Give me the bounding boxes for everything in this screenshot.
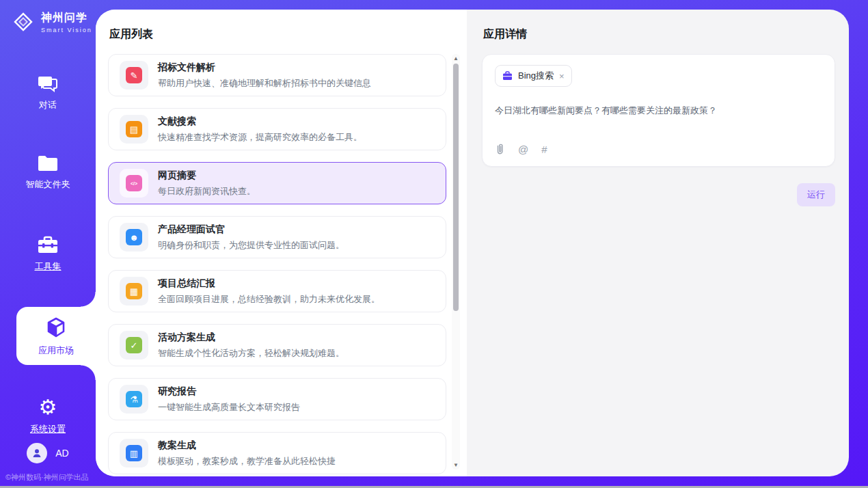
app-window: 神州问学 Smart Vision 对话 智能文件夹 bbox=[0, 0, 868, 488]
app-name: 网页摘要 bbox=[158, 170, 256, 182]
app-list-panel: 应用列表 ✎ 招标文件解析 帮助用户快速、准确地理解和解析招标书中的关键信息 ▤… bbox=[96, 10, 467, 476]
app-name: 教案生成 bbox=[158, 439, 336, 452]
bid-doc-edit-icon: ✎ bbox=[120, 61, 148, 90]
tool-tag-bing-search[interactable]: Bing搜索 × bbox=[495, 65, 572, 87]
sidebar-item-label: 应用市场 bbox=[38, 344, 74, 357]
diamond-logo-icon bbox=[11, 10, 36, 34]
scrollbar-thumb[interactable] bbox=[453, 64, 459, 311]
app-name: 文献搜索 bbox=[158, 116, 362, 128]
web-summary-icon: </> bbox=[120, 169, 148, 198]
app-desc: 快速精准查找学术资源，提高研究效率的必备工具。 bbox=[158, 131, 362, 144]
person-icon bbox=[31, 448, 42, 459]
app-desc: 一键智能生成高质量长文本研究报告 bbox=[158, 401, 300, 414]
main-content: 应用列表 ✎ 招标文件解析 帮助用户快速、准确地理解和解析招标书中的关键信息 ▤… bbox=[96, 10, 849, 476]
app-card-pm-interviewer[interactable]: ☻ 产品经理面试官 明确身份和职责，为您提供专业性的面试问题。 bbox=[108, 216, 446, 258]
sidebar-item-label: 工具集 bbox=[35, 260, 62, 273]
cube-icon bbox=[45, 316, 67, 338]
close-icon[interactable]: × bbox=[559, 72, 565, 81]
app-list-title: 应用列表 bbox=[109, 27, 461, 42]
avatar bbox=[27, 443, 47, 463]
sidebar-item-app-market[interactable]: 应用市场 bbox=[16, 307, 96, 365]
app-name: 活动方案生成 bbox=[158, 331, 344, 344]
topic-icon[interactable]: # bbox=[541, 144, 547, 155]
sidebar-item-label: 对话 bbox=[39, 99, 57, 111]
brand-subtitle: Smart Vision bbox=[41, 27, 92, 33]
run-button[interactable]: 运行 bbox=[797, 183, 835, 206]
copyright-text: ©神州数码·神州问学出品 bbox=[5, 472, 89, 483]
literature-book-icon: ▤ bbox=[120, 115, 148, 144]
app-name: 招标文件解析 bbox=[158, 62, 371, 74]
app-desc: 每日政府新闻资讯快查。 bbox=[158, 185, 256, 198]
tool-tag-label: Bing搜索 bbox=[518, 70, 554, 82]
sidebar-item-label: 智能文件夹 bbox=[26, 178, 70, 191]
sidebar-item-settings[interactable]: ⚙ 系统设置 bbox=[0, 398, 96, 435]
scroll-up-icon[interactable]: ▲ bbox=[452, 55, 460, 62]
app-card-web-summary[interactable]: </> 网页摘要 每日政府新闻资讯快查。 bbox=[108, 162, 446, 204]
lesson-plan-icon: ▥ bbox=[120, 439, 148, 467]
app-desc: 明确身份和职责，为您提供专业性的面试问题。 bbox=[158, 239, 344, 252]
paperclip-icon[interactable] bbox=[495, 143, 505, 155]
chat-icon bbox=[38, 74, 58, 93]
activity-plan-icon: ✓ bbox=[120, 331, 148, 360]
app-list: ✎ 招标文件解析 帮助用户快速、准确地理解和解析招标书中的关键信息 ▤ 文献搜索… bbox=[108, 54, 461, 476]
interviewer-person-icon: ☻ bbox=[120, 223, 148, 252]
list-scrollbar[interactable]: ▲ ▼ bbox=[452, 54, 460, 470]
app-card-activity-plan[interactable]: ✓ 活动方案生成 智能生成个性化活动方案，轻松解决规划难题。 bbox=[108, 324, 446, 366]
scroll-down-icon[interactable]: ▼ bbox=[452, 462, 460, 468]
app-card-bid-parse[interactable]: ✎ 招标文件解析 帮助用户快速、准确地理解和解析招标书中的关键信息 bbox=[108, 54, 446, 96]
sidebar-nav: 对话 智能文件夹 工具集 bbox=[0, 68, 96, 435]
brand-name: 神州问学 bbox=[41, 11, 92, 25]
sidebar: 神州问学 Smart Vision 对话 智能文件夹 bbox=[0, 0, 96, 488]
gear-icon: ⚙ bbox=[39, 398, 57, 417]
briefcase-icon bbox=[502, 71, 513, 81]
research-report-icon: ⚗ bbox=[120, 385, 148, 414]
project-report-icon: ▦ bbox=[120, 277, 148, 306]
prompt-card: Bing搜索 × 今日湖北有哪些新闻要点？有哪些需要关注的最新政策？ @ # bbox=[482, 54, 835, 167]
attachment-toolbar: @ # bbox=[495, 143, 822, 158]
toolbox-icon bbox=[37, 236, 59, 254]
app-name: 产品经理面试官 bbox=[158, 223, 344, 236]
sidebar-item-smart-folder[interactable]: 智能文件夹 bbox=[0, 154, 96, 191]
sidebar-item-toolbox[interactable]: 工具集 bbox=[0, 236, 96, 273]
app-desc: 帮助用户快速、准确地理解和解析招标书中的关键信息 bbox=[158, 77, 371, 90]
app-card-project-summary[interactable]: ▦ 项目总结汇报 全面回顾项目进展，总结经验教训，助力未来优化发展。 bbox=[108, 270, 446, 312]
app-card-literature-search[interactable]: ▤ 文献搜索 快速精准查找学术资源，提高研究效率的必备工具。 bbox=[108, 108, 446, 150]
app-name: 研究报告 bbox=[158, 385, 300, 398]
app-desc: 全面回顾项目进展，总结经验教训，助力未来优化发展。 bbox=[158, 293, 380, 306]
user-initials: AD bbox=[55, 448, 68, 459]
folder-icon bbox=[37, 154, 59, 172]
sidebar-item-label: 系统设置 bbox=[30, 423, 66, 435]
app-desc: 模板驱动，教案秒成，教学准备从此轻松快捷 bbox=[158, 455, 336, 467]
app-desc: 智能生成个性化活动方案，轻松解决规划难题。 bbox=[158, 347, 344, 360]
app-detail-title: 应用详情 bbox=[483, 27, 835, 42]
brand-logo: 神州问学 Smart Vision bbox=[0, 0, 96, 34]
sidebar-item-chat[interactable]: 对话 bbox=[0, 74, 96, 111]
prompt-text[interactable]: 今日湖北有哪些新闻要点？有哪些需要关注的最新政策？ bbox=[495, 105, 822, 117]
mention-icon[interactable]: @ bbox=[518, 144, 528, 155]
app-card-lesson-plan[interactable]: ▥ 教案生成 模板驱动，教案秒成，教学准备从此轻松快捷 bbox=[108, 432, 446, 474]
user-account[interactable]: AD bbox=[0, 443, 96, 463]
app-card-research-report[interactable]: ⚗ 研究报告 一键智能生成高质量长文本研究报告 bbox=[108, 378, 446, 420]
app-detail-panel: 应用详情 Bing搜索 × 今日湖北有哪些新闻要点？有哪些需要关注的最新政策？ bbox=[467, 10, 849, 476]
app-name: 项目总结汇报 bbox=[158, 277, 380, 290]
